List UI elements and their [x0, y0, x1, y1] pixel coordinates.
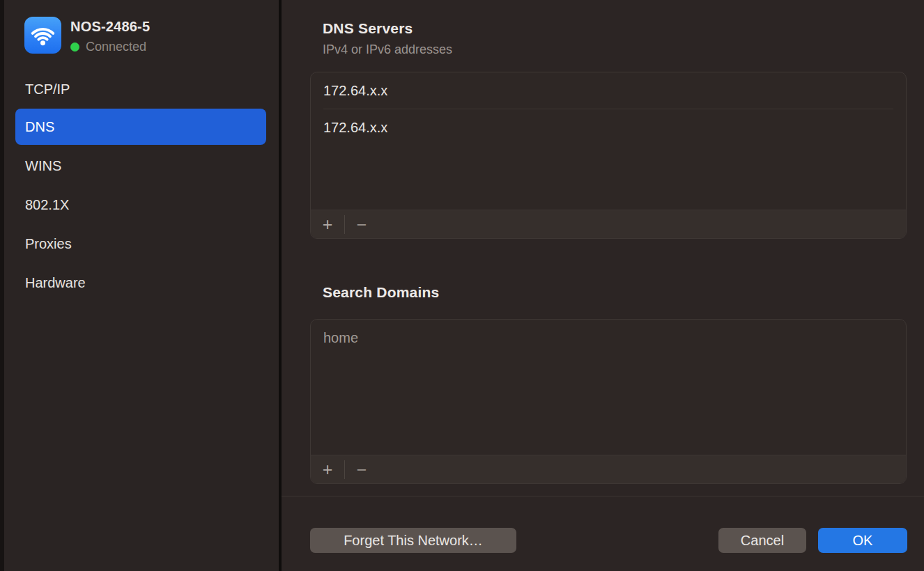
add-dns-server-button[interactable]: +	[311, 210, 344, 238]
sidebar-item-8021x[interactable]: 802.1X	[15, 187, 266, 223]
dns-servers-subtitle: IPv4 or IPv6 addresses	[323, 42, 452, 57]
search-list-footer: + −	[311, 455, 906, 483]
connected-dot-icon	[70, 42, 79, 52]
remove-dns-server-button[interactable]: −	[345, 210, 378, 238]
main-panel: DNS Servers IPv4 or IPv6 addresses 172.6…	[282, 0, 924, 571]
dns-server-row[interactable]: 172.64.x.x	[311, 109, 906, 146]
search-domain-row[interactable]: home	[311, 320, 906, 356]
network-name: NOS-2486-5	[70, 19, 150, 35]
dns-server-row[interactable]: 172.64.x.x	[311, 72, 906, 109]
connection-status-label: Connected	[86, 40, 146, 54]
sidebar-item-wins[interactable]: WINS	[15, 148, 266, 184]
ok-button[interactable]: OK	[818, 528, 907, 553]
sidebar-item-tcpip[interactable]: TCP/IP	[15, 71, 266, 107]
sidebar-item-proxies[interactable]: Proxies	[15, 226, 266, 262]
bottom-separator	[282, 496, 924, 496]
connection-status: Connected	[70, 40, 146, 54]
sidebar-item-dns[interactable]: DNS	[15, 109, 266, 145]
dns-servers-list: 172.64.x.x 172.64.x.x + −	[310, 72, 907, 239]
dns-list-footer: + −	[311, 210, 906, 238]
cancel-button[interactable]: Cancel	[718, 528, 806, 553]
dns-servers-title: DNS Servers	[323, 20, 413, 37]
sidebar: NOS-2486-5 Connected TCP/IP DNS WINS 802…	[4, 0, 279, 571]
forget-network-button[interactable]: Forget This Network…	[310, 528, 516, 553]
remove-search-domain-button[interactable]: −	[345, 455, 378, 483]
search-domains-list: home + −	[310, 319, 907, 484]
sidebar-item-hardware[interactable]: Hardware	[15, 265, 266, 301]
wifi-glyph	[24, 17, 61, 54]
add-search-domain-button[interactable]: +	[311, 455, 344, 483]
search-domains-title: Search Domains	[323, 284, 439, 301]
wifi-icon	[24, 17, 61, 54]
